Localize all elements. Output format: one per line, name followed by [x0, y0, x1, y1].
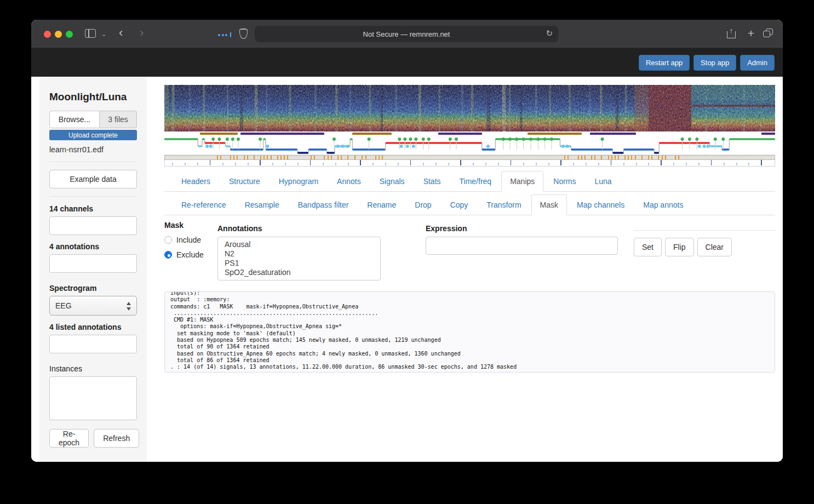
desktop: ⌄ ‹ › Not Secure — remnrem.net ↻ ↑ + Res… — [0, 0, 814, 504]
mask-panel: Mask Include Exclude Annotations — [164, 219, 775, 284]
tab-link[interactable]: Map channels — [568, 194, 633, 215]
include-radio-row[interactable]: Include — [164, 236, 204, 244]
tab-link[interactable]: Drop — [406, 194, 440, 215]
epoch-tick — [297, 163, 299, 165]
annotation-option[interactable]: SpO2_desaturation — [218, 268, 380, 277]
tab-structure[interactable]: Structure — [220, 171, 270, 191]
tab-luna[interactable]: Luna — [586, 171, 622, 191]
listed-annotations-input[interactable] — [49, 335, 137, 353]
tab-link[interactable]: Hypnogram — [270, 171, 327, 192]
annotations-listbox[interactable]: Arousal N2 PS1 SpO2_desaturation — [217, 237, 381, 280]
annotation-option[interactable]: Arousal — [218, 240, 380, 249]
restart-app-button[interactable]: Restart app — [639, 55, 690, 71]
tab-link[interactable]: Bandpass filter — [289, 194, 358, 215]
chevron-down-icon[interactable]: ⌄ — [101, 31, 106, 38]
annotation-option[interactable]: N2 — [218, 249, 380, 259]
annotation-span — [240, 133, 324, 135]
tab-link[interactable]: Luna — [586, 171, 621, 192]
orange-event-tick — [584, 156, 586, 159]
subtab-rename[interactable]: Rename — [358, 194, 406, 215]
tab-link[interactable]: Time/freq — [451, 171, 501, 192]
section-divider-tick — [511, 160, 512, 165]
annotation-span-track[interactable] — [164, 131, 775, 136]
new-tab-icon[interactable]: + — [748, 27, 754, 39]
flip-button[interactable]: Flip — [665, 238, 694, 256]
expression-input[interactable] — [426, 237, 618, 255]
exclude-radio[interactable] — [164, 251, 172, 259]
eeg-spectrogram-plot[interactable] — [164, 85, 775, 131]
tab-norms[interactable]: Norms — [544, 171, 586, 191]
close-window-button[interactable] — [44, 31, 51, 38]
hypnogram-track[interactable] — [164, 136, 775, 155]
tab-link[interactable]: Re-reference — [173, 194, 235, 215]
subtab-drop[interactable]: Drop — [406, 194, 441, 215]
stop-app-button[interactable]: Stop app — [693, 55, 736, 71]
sidebar-toggle-icon[interactable] — [85, 29, 96, 38]
time-axis-strip[interactable] — [164, 160, 775, 167]
tab-annots[interactable]: Annots — [328, 171, 371, 191]
orange-event-tick — [581, 156, 582, 159]
back-button[interactable]: ‹ — [119, 27, 123, 39]
reload-icon[interactable]: ↻ — [546, 28, 553, 38]
subtab-map-channels[interactable]: Map channels — [568, 194, 634, 215]
tab-link[interactable]: Norms — [544, 171, 584, 192]
admin-button[interactable]: Admin — [740, 55, 775, 71]
share-icon[interactable]: ↑ — [727, 28, 736, 38]
annotations-select-input[interactable] — [49, 254, 137, 273]
clear-button[interactable]: Clear — [697, 238, 732, 256]
re-epoch-button[interactable]: Re-epoch — [49, 429, 89, 448]
refresh-button[interactable]: Refresh — [94, 429, 139, 448]
exclude-radio-row[interactable]: Exclude — [164, 250, 204, 259]
subtab-map-annots[interactable]: Map annots — [634, 194, 693, 215]
tab-link[interactable]: Rename — [358, 194, 405, 215]
epoch-tick — [698, 163, 700, 165]
tab-time-freq[interactable]: Time/freq — [451, 171, 502, 191]
tab-link[interactable]: Signals — [371, 171, 414, 192]
tab-signals[interactable]: Signals — [371, 171, 415, 191]
tab-link[interactable]: Annots — [328, 171, 370, 192]
tab-link[interactable]: Stats — [415, 171, 450, 192]
subtab-re-reference[interactable]: Re-reference — [173, 194, 236, 215]
tab-link[interactable]: Map annots — [634, 194, 692, 215]
instances-textarea[interactable] — [49, 376, 137, 420]
minimize-window-button[interactable] — [55, 31, 62, 38]
example-data-button[interactable]: Example data — [49, 170, 137, 188]
include-radio[interactable] — [164, 236, 172, 244]
tab-headers[interactable]: Headers — [173, 171, 220, 191]
subtab-resample[interactable]: Resample — [236, 194, 289, 215]
tab-stats[interactable]: Stats — [415, 171, 451, 191]
event-density-strip[interactable] — [164, 155, 775, 160]
zoom-window-button[interactable] — [66, 31, 73, 38]
browse-button[interactable]: Browse... — [49, 111, 100, 128]
orange-event-tick — [601, 156, 602, 159]
instances-label: Instances — [49, 364, 137, 373]
annotation-option[interactable]: PS1 — [218, 259, 380, 268]
tab-manips[interactable]: Manips — [501, 171, 544, 191]
tab-link[interactable]: Structure — [220, 171, 269, 192]
tab-link[interactable]: Mask — [531, 194, 567, 215]
tab-link[interactable]: Transform — [478, 194, 530, 215]
spectrogram-channel-select[interactable]: EEG — [49, 296, 137, 316]
app-title: Moonlight/Luna — [49, 91, 137, 103]
epoch-tick — [598, 163, 599, 165]
tab-link[interactable]: Manips — [501, 171, 543, 192]
orange-event-tick — [628, 156, 629, 159]
subtab-bandpass-filter[interactable]: Bandpass filter — [289, 194, 359, 215]
epoch-tick — [323, 163, 324, 165]
channels-select-input[interactable] — [49, 216, 137, 235]
reader-options-icon[interactable] — [218, 32, 231, 37]
privacy-shield-icon[interactable] — [239, 28, 248, 39]
set-button[interactable]: Set — [634, 238, 662, 256]
subtab-transform[interactable]: Transform — [478, 194, 531, 215]
epoch-tick — [748, 163, 749, 165]
console-text: input(s): output : :memory: commands: c1… — [170, 291, 769, 371]
tab-link[interactable]: Headers — [173, 171, 219, 192]
tab-link[interactable]: Resample — [236, 194, 288, 215]
tab-link[interactable]: Copy — [442, 194, 477, 215]
orange-event-tick — [230, 156, 231, 159]
subtab-mask[interactable]: Mask — [531, 194, 568, 215]
address-bar[interactable]: Not Secure — remnrem.net ↻ — [255, 26, 558, 42]
tab-hypnogram[interactable]: Hypnogram — [270, 171, 328, 191]
tab-overview-icon[interactable] — [763, 28, 773, 37]
subtab-copy[interactable]: Copy — [442, 194, 478, 215]
